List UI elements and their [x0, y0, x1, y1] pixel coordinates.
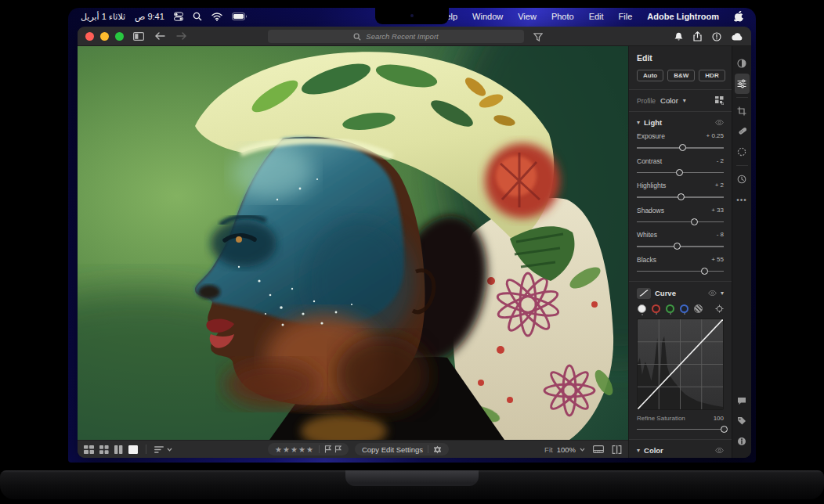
back-arrow-icon[interactable] — [155, 32, 165, 40]
slider-knob[interactable] — [674, 243, 681, 250]
spotlight-icon[interactable] — [193, 12, 202, 21]
bw-button[interactable]: B&W — [667, 70, 695, 81]
hdr-button[interactable]: HDR — [699, 70, 725, 81]
channel-red[interactable] — [652, 304, 660, 313]
slider-contrast: Contrast- 2 — [637, 157, 724, 176]
battery-icon[interactable] — [232, 13, 248, 20]
divider — [629, 439, 732, 440]
sidebar-toggle-icon[interactable] — [133, 32, 144, 41]
menu-bar-status: ثلاثاء 1 أبريل 9:41 ص — [81, 12, 248, 22]
curve-section-header[interactable]: Curve ▾ — [637, 288, 724, 299]
filmstrip-toggle-icon[interactable] — [593, 445, 604, 453]
clock-date[interactable]: ثلاثاء 1 أبريل — [81, 12, 125, 22]
slider-knob[interactable] — [701, 268, 708, 275]
curve-icon[interactable] — [637, 288, 651, 299]
search-input[interactable]: Search Recent Import — [268, 30, 524, 43]
photo-grid-view-icon[interactable] — [84, 445, 94, 454]
wifi-icon[interactable] — [211, 13, 222, 21]
detail-view-icon[interactable] — [128, 445, 138, 454]
keywords-tag-icon[interactable] — [735, 411, 750, 431]
section-collapse-icon[interactable]: ▾ — [637, 447, 640, 454]
notifications-bell-icon[interactable] — [674, 32, 683, 41]
before-after-icon[interactable] — [612, 445, 622, 454]
zoom-fit-control[interactable]: Fit 100% — [544, 445, 585, 454]
refine-saturation-value: 100 — [714, 415, 724, 422]
profile-browser-icon[interactable] — [715, 96, 724, 105]
slider-track[interactable] — [637, 144, 724, 151]
sort-button[interactable] — [154, 446, 172, 453]
photo-canvas[interactable] — [78, 46, 628, 440]
targeted-adjust-icon[interactable] — [715, 304, 724, 313]
channel-all[interactable] — [694, 304, 703, 313]
channel-luminance[interactable] — [638, 304, 646, 313]
control-center-icon[interactable] — [174, 12, 183, 21]
light-section-header[interactable]: ▾ Light — [637, 118, 724, 127]
profile-value[interactable]: Color — [660, 96, 678, 105]
cloud-sync-icon[interactable] — [732, 33, 743, 41]
slider-knob[interactable] — [679, 144, 686, 151]
share-icon[interactable] — [693, 31, 702, 41]
slider-track[interactable] — [637, 169, 724, 176]
slider-track[interactable] — [637, 426, 724, 433]
slider-knob[interactable] — [678, 193, 685, 200]
channel-blue[interactable] — [680, 304, 688, 313]
tone-curve-graph[interactable] — [637, 319, 724, 410]
slider-knob[interactable] — [676, 169, 683, 176]
paste-settings-gear-icon[interactable] — [433, 445, 442, 454]
copy-edit-settings-button[interactable]: Copy Edit Settings — [362, 445, 423, 454]
clock-time[interactable]: 9:41 ص — [135, 12, 164, 22]
versions-history-icon[interactable] — [735, 169, 750, 189]
flag-pick-icon[interactable] — [324, 445, 331, 453]
comments-icon[interactable] — [735, 391, 750, 411]
slider-knob[interactable] — [691, 218, 698, 225]
close-window-button[interactable] — [85, 32, 94, 41]
slider-track[interactable] — [637, 243, 724, 250]
filter-icon[interactable] — [533, 31, 543, 45]
forward-arrow-icon[interactable] — [176, 32, 186, 40]
menu-edit[interactable]: Edit — [589, 12, 604, 21]
section-collapse-icon[interactable]: ▾ — [637, 119, 640, 126]
info-icon[interactable] — [735, 431, 750, 452]
eye-icon[interactable] — [715, 120, 724, 125]
sync-issue-icon[interactable] — [712, 32, 721, 41]
toolbar-right-group: Fit 100% — [544, 445, 622, 454]
slider-blacks: Blacks+ 55 — [637, 256, 724, 275]
eye-icon[interactable] — [708, 290, 717, 296]
menu-file[interactable]: File — [619, 12, 633, 21]
menu-photo[interactable]: Photo — [551, 12, 574, 21]
compare-view-icon[interactable] — [114, 445, 123, 454]
apple-logo-icon[interactable] — [734, 11, 743, 22]
window-content: ★★★★★ Copy Edit Settings — [78, 46, 751, 458]
more-options-icon[interactable]: ••• — [735, 189, 750, 210]
rating-flag-pill: ★★★★★ — [268, 443, 349, 455]
auto-button[interactable]: Auto — [637, 70, 663, 81]
crop-icon[interactable] — [735, 101, 750, 121]
slider-value: + 33 — [711, 207, 724, 214]
adjust-tone-icon[interactable] — [735, 53, 750, 74]
square-grid-view-icon[interactable] — [99, 445, 109, 454]
slider-track[interactable] — [637, 193, 724, 200]
eye-icon[interactable] — [715, 448, 724, 453]
laptop-screen: ثلاثاء 1 أبريل 9:41 ص — [67, 6, 757, 470]
healing-brush-icon[interactable] — [735, 121, 750, 142]
menu-view[interactable]: View — [518, 12, 537, 21]
flag-reject-icon[interactable] — [334, 445, 342, 453]
chevron-down-icon[interactable]: ▾ — [721, 290, 724, 297]
edit-sliders-icon[interactable] — [735, 74, 750, 94]
color-section-header[interactable]: ▾ Color — [637, 446, 724, 455]
slider-label: Contrast — [637, 157, 662, 165]
slider-track[interactable] — [637, 218, 724, 225]
slider-knob[interactable] — [721, 426, 728, 433]
minimize-window-button[interactable] — [100, 32, 109, 41]
menu-app-name[interactable]: Adobe Lightroom — [647, 12, 719, 21]
star-rating[interactable]: ★★★★★ — [275, 445, 314, 454]
channel-green[interactable] — [666, 304, 674, 313]
zoom-window-button[interactable] — [115, 32, 124, 41]
masking-icon[interactable] — [735, 142, 750, 162]
slider-value: + 55 — [711, 256, 724, 264]
search-placeholder: Search Recent Import — [366, 32, 438, 41]
rail-divider — [736, 97, 748, 98]
slider-track[interactable] — [637, 268, 724, 275]
chevron-down-icon[interactable]: ▾ — [683, 97, 686, 104]
menu-window[interactable]: Window — [472, 12, 503, 21]
